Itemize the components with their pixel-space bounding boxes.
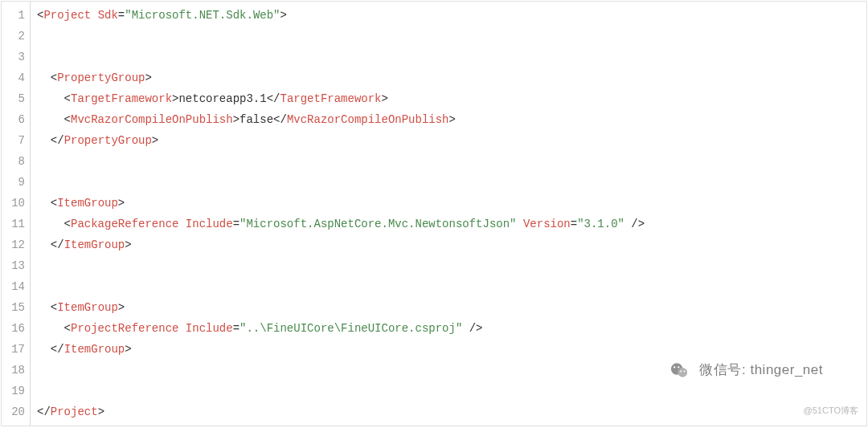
code-line: <ItemGroup>: [37, 193, 866, 214]
code-line: [37, 360, 866, 381]
line-number: 12: [2, 234, 25, 255]
line-number: 5: [2, 88, 25, 109]
line-number: 17: [2, 339, 25, 360]
line-number: 11: [2, 214, 25, 234]
line-number: 1: [2, 5, 25, 26]
code-line: <TargetFramework>netcoreapp3.1</TargetFr…: [37, 88, 866, 109]
code-line: [37, 381, 866, 401]
line-number: 2: [2, 26, 25, 47]
line-number: 9: [2, 172, 25, 193]
code-line: [37, 255, 866, 276]
code-line: [37, 26, 866, 47]
line-number: 4: [2, 67, 25, 88]
code-line: <ProjectReference Include="..\FineUICore…: [37, 318, 866, 339]
code-line: <PropertyGroup>: [37, 67, 866, 88]
line-number: 13: [2, 255, 25, 276]
line-number: 8: [2, 151, 25, 172]
code-line: <ItemGroup>: [37, 297, 866, 318]
code-content: <Project Sdk="Microsoft.NET.Sdk.Web"> <P…: [31, 2, 866, 426]
line-number: 15: [2, 297, 25, 318]
line-number: 16: [2, 318, 25, 339]
line-number: 6: [2, 109, 25, 130]
code-line: [37, 47, 866, 67]
line-number: 18: [2, 360, 25, 381]
line-number: 7: [2, 130, 25, 151]
code-line: </PropertyGroup>: [37, 130, 866, 151]
code-line: [37, 172, 866, 193]
code-line: <Project Sdk="Microsoft.NET.Sdk.Web">: [37, 5, 866, 26]
code-line: <MvcRazorCompileOnPublish>false</MvcRazo…: [37, 109, 866, 130]
line-number: 3: [2, 47, 25, 67]
code-line: <PackageReference Include="Microsoft.Asp…: [37, 214, 866, 234]
code-line: </ItemGroup>: [37, 339, 866, 360]
line-number: 20: [2, 401, 25, 422]
code-line: [37, 276, 866, 297]
line-number-gutter: 1234567891011121314151617181920: [2, 2, 31, 426]
line-number: 19: [2, 381, 25, 401]
line-number: 14: [2, 276, 25, 297]
code-line: </ItemGroup>: [37, 234, 866, 255]
line-number: 10: [2, 193, 25, 214]
code-line: [37, 151, 866, 172]
code-block: 1234567891011121314151617181920 <Project…: [1, 1, 867, 426]
code-line: </Project>: [37, 401, 866, 422]
